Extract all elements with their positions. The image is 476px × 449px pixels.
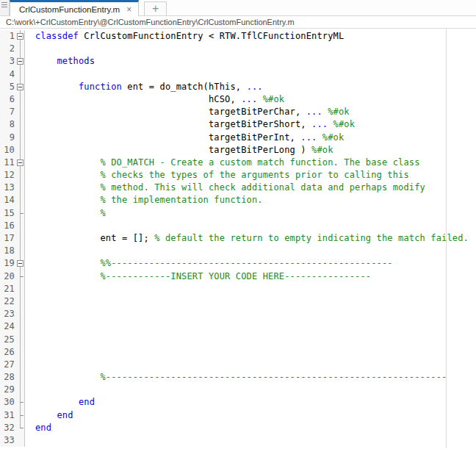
code-line: 30 end (0, 396, 476, 409)
line-number: 8 (0, 118, 16, 131)
code-text (25, 68, 35, 81)
code-line: 10 targetBitPerLong ) %#ok (0, 144, 476, 157)
line-number: 14 (0, 194, 16, 206)
line-number: 9 (0, 132, 16, 144)
code-text: % method. This will check additional dat… (25, 182, 425, 194)
collapse-minus-icon[interactable] (17, 84, 24, 90)
line-number: 23 (0, 308, 16, 320)
line-number: 27 (0, 359, 16, 371)
code-text (25, 434, 35, 447)
code-text (25, 346, 35, 359)
code-text: % the implementation function. (25, 194, 263, 206)
line-number: 1 (0, 30, 16, 43)
line-number: 6 (0, 93, 16, 106)
fold-guide (16, 43, 25, 55)
matlab-editor-window: CrlCustomFunctionEntry.m × + C:\work\+Cr… (0, 0, 476, 449)
code-text (25, 384, 35, 396)
line-number: 21 (0, 283, 16, 295)
line-number: 30 (0, 396, 16, 409)
line-number: 15 (0, 207, 16, 220)
line-number: 25 (0, 334, 16, 346)
fold-guide (16, 182, 25, 194)
code-text: hCSO, ... %#ok (25, 93, 284, 106)
code-line: 19 %%-----------------------------------… (0, 257, 476, 270)
document-bar-grip-icon[interactable] (0, 0, 10, 15)
close-icon[interactable]: × (126, 5, 131, 14)
line-number: 18 (0, 245, 16, 257)
code-text: classdef CrlCustomFunctionEntry < RTW.Tf… (25, 30, 344, 43)
fold-collapse-toggle[interactable] (16, 257, 25, 270)
fold-guide (16, 245, 25, 257)
code-text: % (25, 207, 106, 220)
new-tab-button[interactable]: + (144, 1, 167, 15)
line-number: 2 (0, 43, 16, 55)
fold-collapse-toggle[interactable] (16, 157, 25, 169)
fold-guide (16, 93, 25, 106)
code-text: % DO_MATCH - Create a custom match funct… (25, 157, 420, 169)
code-line: 27 (0, 359, 476, 371)
fold-guide (16, 409, 25, 422)
fold-collapse-toggle[interactable] (16, 55, 25, 68)
fold-guide (16, 308, 25, 320)
code-line: 16 (0, 220, 476, 232)
fold-guide (16, 334, 25, 346)
code-text: %%--------------------------------------… (25, 257, 393, 270)
line-number: 26 (0, 346, 16, 359)
fold-guide (16, 371, 25, 384)
code-line: 29 (0, 384, 476, 396)
fold-collapse-toggle[interactable] (16, 30, 25, 43)
code-line: 1classdef CrlCustomFunctionEntry < RTW.T… (0, 30, 476, 43)
fold-guide (16, 132, 25, 144)
fold-guide (16, 169, 25, 182)
line-number: 5 (0, 81, 16, 93)
line-number: 13 (0, 182, 16, 194)
line-number: 31 (0, 409, 16, 422)
line-number: 12 (0, 169, 16, 182)
code-text (25, 308, 35, 320)
code-line: 20 %------------INSERT YOUR CODE HERE---… (0, 270, 476, 283)
fold-guide (16, 106, 25, 118)
code-line: 31 end (0, 409, 476, 422)
fold-guide (16, 232, 25, 245)
line-number: 11 (0, 157, 16, 169)
code-text: methods (25, 55, 95, 68)
code-area: 1classdef CrlCustomFunctionEntry < RTW.T… (0, 30, 476, 447)
collapse-minus-icon[interactable] (17, 33, 24, 40)
code-line: 6 hCSO, ... %#ok (0, 93, 476, 106)
fold-collapse-toggle[interactable] (16, 81, 25, 93)
line-number: 29 (0, 384, 16, 396)
line-number: 32 (0, 422, 16, 434)
code-line: 13 % method. This will check additional … (0, 182, 476, 194)
code-line: 25 (0, 334, 476, 346)
file-path-text: C:\work\+CrlCustomEntry\@CrlCustomFuncti… (6, 18, 295, 26)
code-line: 9 targetBitPerInt, ... %#ok (0, 132, 476, 144)
code-text (25, 295, 35, 308)
tab-crlcustomfunctionentry[interactable]: CrlCustomFunctionEntry.m × (10, 0, 139, 16)
code-editor[interactable]: 1classdef CrlCustomFunctionEntry < RTW.T… (0, 29, 476, 448)
line-number: 33 (0, 434, 16, 447)
code-line: 26 (0, 346, 476, 359)
code-text (25, 359, 35, 371)
line-number: 7 (0, 106, 16, 118)
fold-guide (16, 144, 25, 157)
code-text (25, 334, 35, 346)
fold-guide (16, 295, 25, 308)
code-text: function ent = do_match(hThis, ... (25, 81, 263, 93)
line-number: 10 (0, 144, 16, 157)
code-line: 21 (0, 283, 476, 295)
code-text (25, 245, 35, 257)
code-line: 3 methods (0, 55, 476, 68)
fold-guide (16, 118, 25, 131)
collapse-minus-icon[interactable] (17, 58, 24, 65)
line-number: 20 (0, 270, 16, 283)
code-text: end (25, 396, 95, 409)
code-line: 28 %------------------------------------… (0, 371, 476, 384)
code-line: 33 (0, 434, 476, 447)
code-text: end (25, 422, 51, 434)
code-line: 32end (0, 422, 476, 434)
code-text: targetBitPerChar, ... %#ok (25, 106, 350, 118)
fold-guide (16, 359, 25, 371)
collapse-minus-icon[interactable] (17, 260, 24, 267)
code-text: targetBitPerLong ) %#ok (25, 144, 333, 157)
collapse-minus-icon[interactable] (17, 159, 24, 166)
